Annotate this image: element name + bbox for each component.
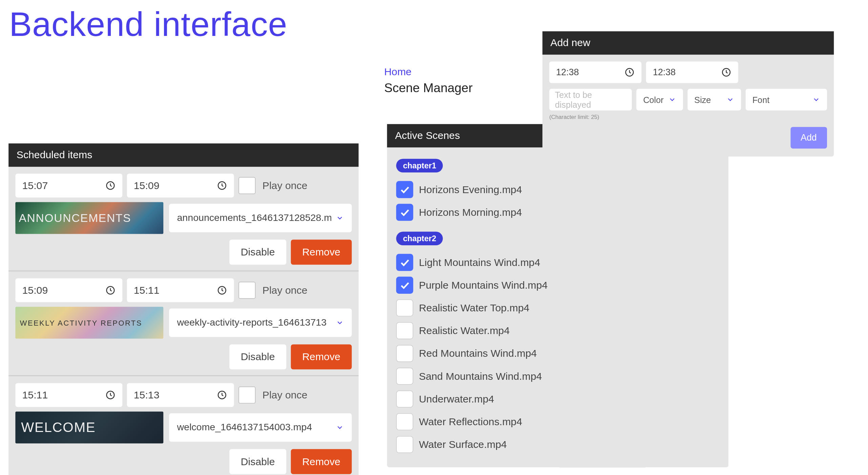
disable-button[interactable]: Disable	[229, 344, 286, 369]
scene-item: Sand Mountains Wind.mp4	[396, 365, 719, 388]
scene-name: Sand Mountains Wind.mp4	[419, 370, 542, 382]
remove-button[interactable]: Remove	[291, 449, 352, 474]
time-value: 12:38	[653, 67, 676, 77]
time-value: 15:09	[22, 284, 48, 296]
clock-icon	[105, 181, 116, 191]
chevron-down-icon	[668, 96, 676, 104]
thumbnail-text: WEEKLY ACTIVITY REPORTS	[20, 318, 142, 327]
thumbnail-text: WELCOME	[21, 419, 96, 435]
active-scenes-panel: Active Scenes chapter1 Horizons Evening.…	[387, 124, 728, 467]
start-time-input[interactable]: 15:11	[15, 383, 122, 407]
file-name: weekly-activity-reports_164613713	[177, 317, 326, 329]
thumbnail: WEEKLY ACTIVITY REPORTS	[15, 307, 163, 339]
scene-item: Underwater.mp4	[396, 388, 719, 410]
thumbnail-text: ANNOUNCEMENTS	[19, 211, 131, 225]
time-value: 12:38	[556, 67, 579, 77]
scene-checkbox[interactable]	[396, 436, 413, 453]
time-value: 15:09	[134, 180, 160, 191]
thumbnail: WELCOME	[15, 412, 163, 443]
scene-checkbox[interactable]	[396, 300, 413, 316]
clock-icon	[105, 390, 116, 400]
chevron-down-icon	[812, 96, 820, 104]
scene-item: Realistic Water.mp4	[396, 319, 719, 342]
chapter-badge[interactable]: chapter1	[396, 159, 443, 172]
scene-name: Horizons Morning.mp4	[419, 206, 522, 218]
scene-checkbox[interactable]	[396, 390, 413, 407]
clock-icon	[217, 181, 227, 191]
file-select[interactable]: announcements_1646137128528.m	[169, 204, 352, 232]
addnew-color-select[interactable]: Color	[636, 89, 683, 110]
addnew-time-end[interactable]: 12:38	[646, 61, 738, 83]
clock-icon	[105, 285, 116, 295]
scheduled-item: 15:09 15:11 Play once WEEKLY ACTIVITY RE…	[8, 271, 358, 376]
time-value: 15:11	[134, 284, 160, 296]
scene-checkbox[interactable]	[396, 204, 413, 221]
addnew-text-input[interactable]: Text to be displayed	[549, 89, 632, 110]
end-time-input[interactable]: 15:11	[127, 278, 234, 303]
start-time-input[interactable]: 15:07	[15, 173, 122, 198]
scheduled-items-header: Scheduled items	[8, 143, 358, 167]
end-time-input[interactable]: 15:09	[127, 173, 234, 198]
time-value: 15:11	[22, 389, 48, 401]
scene-item: Water Surface.mp4	[396, 433, 719, 456]
scene-item: Water Reflections.mp4	[396, 410, 719, 433]
placeholder-text: Text to be displayed	[555, 90, 626, 109]
select-label: Color	[643, 95, 663, 105]
scene-checkbox[interactable]	[396, 413, 413, 430]
thumbnail: ANNOUNCEMENTS	[15, 202, 163, 234]
scene-name: Water Surface.mp4	[419, 438, 507, 450]
chevron-down-icon	[336, 214, 344, 222]
scene-name: Purple Mountains Wind.mp4	[419, 279, 547, 291]
breadcrumb: Home	[384, 66, 412, 78]
scene-name: Realistic Water.mp4	[419, 325, 510, 336]
time-value: 15:13	[134, 389, 160, 401]
play-once-label: Play once	[262, 180, 307, 191]
file-select[interactable]: weekly-activity-reports_164613713	[169, 309, 352, 337]
play-once-label: Play once	[262, 284, 307, 296]
start-time-input[interactable]: 15:09	[15, 278, 122, 303]
scene-name: Water Reflections.mp4	[419, 416, 522, 428]
disable-button[interactable]: Disable	[229, 240, 286, 265]
scene-checkbox[interactable]	[396, 368, 413, 385]
end-time-input[interactable]: 15:13	[127, 383, 234, 407]
disable-button[interactable]: Disable	[229, 449, 286, 474]
addnew-font-select[interactable]: Font	[746, 89, 827, 110]
scene-checkbox[interactable]	[396, 322, 413, 339]
add-button[interactable]: Add	[790, 127, 827, 149]
chevron-down-icon	[726, 96, 734, 104]
scene-item: Purple Mountains Wind.mp4	[396, 274, 719, 296]
addnew-time-start[interactable]: 12:38	[549, 61, 641, 83]
scheduled-item: 15:11 15:13 Play once WELCOME welcome_16…	[8, 376, 358, 475]
scene-item: Horizons Morning.mp4	[396, 201, 719, 224]
clock-icon	[624, 67, 635, 77]
scene-name: Underwater.mp4	[419, 393, 494, 405]
remove-button[interactable]: Remove	[291, 344, 352, 369]
play-once-checkbox[interactable]	[239, 282, 255, 299]
scene-manager-title: Scene Manager	[384, 81, 473, 96]
remove-button[interactable]: Remove	[291, 240, 352, 265]
chapter-badge[interactable]: chapter2	[396, 232, 443, 245]
play-once-label: Play once	[262, 389, 307, 401]
scene-checkbox[interactable]	[396, 345, 413, 362]
add-new-panel: Add new 12:38 12:38 Text to b	[542, 31, 834, 157]
file-select[interactable]: welcome_1646137154003.mp4	[169, 413, 352, 442]
scene-checkbox[interactable]	[396, 276, 413, 293]
chevron-down-icon	[336, 319, 344, 327]
breadcrumb-home-link[interactable]: Home	[384, 66, 412, 78]
select-label: Size	[694, 95, 711, 105]
scene-checkbox[interactable]	[396, 181, 413, 198]
scene-name: Light Mountains Wind.mp4	[419, 256, 540, 268]
scene-item: Realistic Water Top.mp4	[396, 296, 719, 319]
play-once-checkbox[interactable]	[239, 387, 255, 404]
scene-name: Red Mountains Wind.mp4	[419, 348, 537, 359]
select-label: Font	[752, 95, 769, 105]
clock-icon	[217, 390, 227, 400]
scene-item: Red Mountains Wind.mp4	[396, 342, 719, 365]
scheduled-items-panel: Scheduled items 15:07 15:09 Play once AN…	[8, 143, 358, 475]
play-once-checkbox[interactable]	[239, 177, 255, 194]
scene-checkbox[interactable]	[396, 254, 413, 271]
addnew-size-select[interactable]: Size	[687, 89, 741, 110]
add-new-header: Add new	[542, 31, 834, 55]
clock-icon	[217, 285, 227, 295]
scene-name: Horizons Evening.mp4	[419, 184, 522, 195]
